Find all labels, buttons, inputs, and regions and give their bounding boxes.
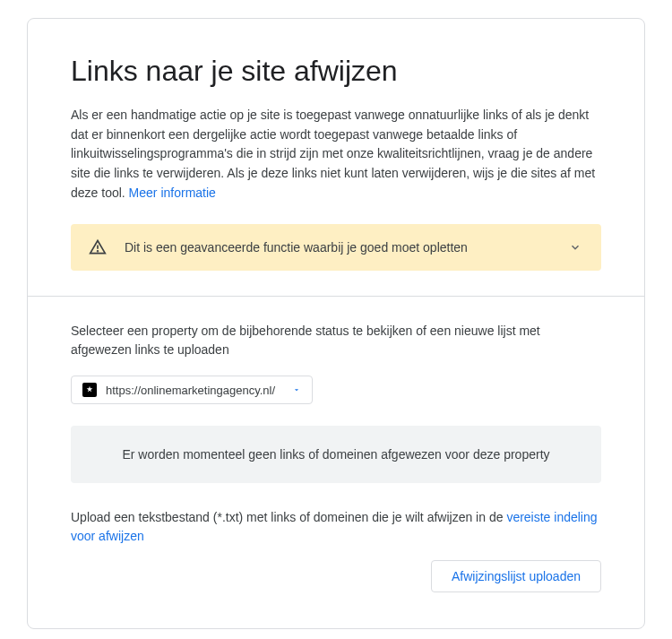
page-description: Als er een handmatige actie op je site i…: [71, 106, 601, 203]
svg-point-1: [98, 251, 99, 252]
warning-banner[interactable]: Dit is een geavanceerde functie waarbij …: [71, 224, 601, 271]
card-body-section: Selecteer een property om de bijbehorend…: [28, 296, 644, 628]
disavow-card: Links naar je site afwijzen Als er een h…: [27, 18, 645, 629]
svg-marker-2: [295, 389, 298, 391]
dropdown-arrow-icon: [292, 384, 301, 397]
upload-disavow-list-button[interactable]: Afwijzingslijst uploaden: [431, 560, 601, 592]
card-header-section: Links naar je site afwijzen Als er een h…: [28, 19, 644, 296]
upload-description-text: Upload een tekstbestand (*.txt) met link…: [71, 510, 506, 524]
button-row: Afwijzingslijst uploaden: [71, 560, 601, 592]
warning-triangle-icon: [89, 238, 107, 256]
more-info-link[interactable]: Meer informatie: [129, 186, 216, 200]
property-select[interactable]: https://onlinemarketingagency.nl/: [71, 376, 313, 404]
warning-text: Dit is een geavanceerde functie waarbij …: [125, 240, 549, 255]
chevron-down-icon[interactable]: [567, 239, 583, 255]
page-title: Links naar je site afwijzen: [71, 55, 601, 88]
property-selected-url: https://onlinemarketingagency.nl/: [106, 384, 283, 397]
upload-description: Upload een tekstbestand (*.txt) met link…: [71, 508, 601, 546]
status-message: Er worden momenteel geen links of domein…: [122, 447, 549, 462]
property-select-label: Selecteer een property om de bijbehorend…: [71, 322, 601, 359]
property-favicon-icon: [82, 383, 97, 397]
status-message-box: Er worden momenteel geen links of domein…: [71, 426, 601, 483]
